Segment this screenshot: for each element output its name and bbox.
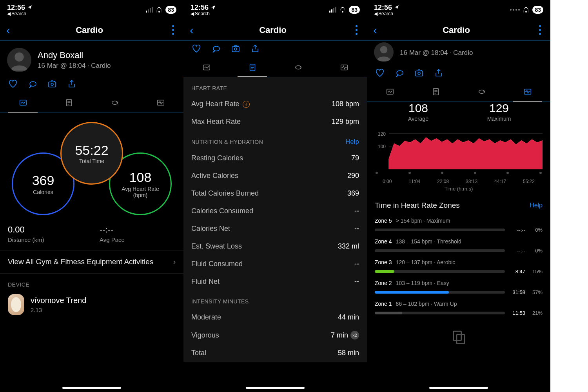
avatar <box>374 42 394 62</box>
page-title: Cardio <box>443 25 470 35</box>
hr-summary: 108Average 129Maximum <box>367 102 550 124</box>
device-header: DEVICE <box>0 274 183 292</box>
zones-list: Zone 5> 154 bpm · Maximum--:--0%Zone 413… <box>367 214 550 318</box>
camera-icon[interactable] <box>47 79 57 89</box>
flame-icon <box>243 101 250 108</box>
home-indicator[interactable] <box>429 387 488 389</box>
home-indicator[interactable] <box>246 387 305 389</box>
status-time: 12:56 <box>7 4 25 12</box>
zone-row: Zone 186 – 102 bpm · Warm Up11:5321% <box>367 297 550 318</box>
comment-icon[interactable] <box>27 79 38 89</box>
back-to-search[interactable]: ◀Search <box>191 11 216 16</box>
list-row: Total Calories Burned369 <box>183 185 367 202</box>
activity-meta: 16 Mar @ 18:04 · Cardio <box>38 62 111 70</box>
home-indicator[interactable] <box>62 387 121 389</box>
tab-stats[interactable] <box>0 93 46 112</box>
zone-row: Zone 4138 – 154 bpm · Threshold--:--0% <box>367 234 550 255</box>
share-icon[interactable] <box>434 68 444 78</box>
svg-point-21 <box>380 46 388 53</box>
tab-details[interactable] <box>46 93 92 112</box>
tab-hr[interactable] <box>138 93 183 112</box>
share-icon[interactable] <box>67 79 77 89</box>
tab-strip <box>183 58 367 77</box>
back-to-search[interactable]: ◀Search <box>7 11 33 16</box>
profile-row[interactable]: 16 Mar @ 18:04 · Cardio <box>367 41 550 65</box>
battery-indicator: 83 <box>165 6 176 14</box>
tab-laps[interactable] <box>459 82 505 101</box>
tab-hr[interactable] <box>321 58 367 77</box>
hr-chart[interactable]: 120 100 <box>375 128 543 169</box>
avatar <box>7 48 31 72</box>
more-button[interactable] <box>169 25 177 35</box>
x2-badge: x2 <box>350 331 359 339</box>
nav-bar: ‹ Cardio <box>367 20 550 41</box>
page-title: Cardio <box>259 25 287 35</box>
battery-indicator: 83 <box>532 6 543 14</box>
status-bar: 12:56 ◀Search 83 <box>0 0 183 20</box>
zone-row: Zone 5> 154 bpm · Maximum--:--0% <box>367 214 550 234</box>
tab-strip <box>367 82 550 102</box>
secondary-stats: 0.00 Distance (km) --:-- Avg Pace <box>0 220 183 250</box>
list-row: Fluid Net-- <box>183 273 367 290</box>
copy-icon[interactable] <box>451 329 466 345</box>
zone-row: Zone 2103 – 119 bpm · Easy31:5857% <box>367 276 550 297</box>
tab-details[interactable] <box>413 82 459 101</box>
like-icon[interactable] <box>8 79 18 89</box>
back-button[interactable]: ‹ <box>6 24 10 37</box>
svg-rect-35 <box>457 334 465 343</box>
action-row <box>367 65 550 82</box>
svg-rect-34 <box>454 331 461 340</box>
comment-icon[interactable] <box>211 44 221 53</box>
cell-signal-icon <box>146 7 153 13</box>
back-to-search[interactable]: ◀Search <box>374 11 399 16</box>
share-icon[interactable] <box>250 44 260 53</box>
status-time: 12:56 <box>191 4 209 12</box>
tab-stats[interactable] <box>367 82 413 101</box>
avg-pace-label: Avg Pace <box>100 236 176 243</box>
help-link[interactable]: Help <box>345 138 359 145</box>
svg-rect-1 <box>49 82 56 87</box>
section-head: INTENSITY MINUTES <box>183 290 367 309</box>
zones-header: Time in Heart Rate Zones Help <box>367 192 550 214</box>
list-row: Avg Heart Rate108 bpm <box>183 95 367 113</box>
profile-row[interactable]: Andy Boxall 16 Mar @ 18:04 · Cardio <box>0 41 183 76</box>
user-name: Andy Boxall <box>38 50 111 60</box>
list-row: Est. Sweat Loss332 ml <box>183 238 367 255</box>
like-icon[interactable] <box>191 44 201 53</box>
more-button[interactable] <box>352 25 361 35</box>
action-row <box>0 76 183 93</box>
tab-hr[interactable] <box>505 82 550 101</box>
camera-icon[interactable] <box>414 68 424 78</box>
distance-value: 0.00 <box>8 225 84 235</box>
tab-laps[interactable] <box>92 93 138 112</box>
back-button[interactable]: ‹ <box>190 24 194 37</box>
svg-rect-11 <box>232 47 239 52</box>
tab-stats[interactable] <box>183 58 229 77</box>
list-row: Calories Consumed-- <box>183 202 367 220</box>
camera-icon[interactable] <box>230 44 241 53</box>
avg-pace-value: --:-- <box>100 225 176 235</box>
device-row[interactable]: vívomove Trend 2.13 <box>0 292 183 323</box>
svg-rect-22 <box>416 71 423 76</box>
cell-signal-icon <box>329 7 336 13</box>
like-icon[interactable] <box>375 68 385 78</box>
comment-icon[interactable] <box>394 68 405 78</box>
list-row: Vigorous7 minx2 <box>183 326 367 344</box>
more-button[interactable] <box>535 25 544 35</box>
list-row: Calories Net-- <box>183 220 367 238</box>
view-all-link[interactable]: View All Gym & Fitness Equipment Activit… <box>0 250 183 274</box>
wifi-icon <box>155 7 163 13</box>
tab-laps[interactable] <box>275 58 321 77</box>
tab-strip <box>0 93 183 113</box>
help-link[interactable]: Help <box>530 202 543 209</box>
status-time: 12:56 <box>374 4 392 12</box>
back-button[interactable]: ‹ <box>373 24 377 37</box>
location-icon <box>27 5 33 10</box>
status-bar: 12:56 ◀Search 83 <box>367 0 550 20</box>
section-head: HEART RATE <box>183 77 367 95</box>
tab-details[interactable] <box>229 58 275 77</box>
screenshot-1: 12:56 ◀Search 83 ‹ Cardio Andy Boxall 16… <box>0 0 183 392</box>
status-bar: 12:56 ◀Search 83 <box>183 0 367 20</box>
svg-point-0 <box>15 53 24 62</box>
zone-row: Zone 3120 – 137 bpm · Aerobic8:4715% <box>367 255 550 276</box>
